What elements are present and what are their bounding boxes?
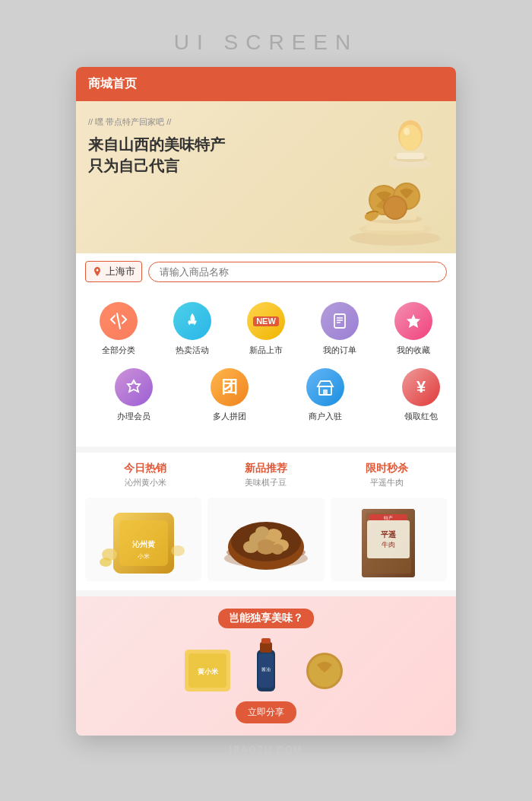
svg-point-33 xyxy=(171,545,185,556)
hot-sale-label: 热卖活动 xyxy=(176,345,209,356)
hot-sale-icon xyxy=(173,302,211,340)
svg-text:平遥: 平遥 xyxy=(381,530,396,539)
location-icon xyxy=(92,266,103,277)
bottom-banner-title: 岂能独享美味？ xyxy=(218,609,314,628)
banner: // 嘿 带点特产回家吧 // 来自山西的美味特产 只为自己代言 xyxy=(76,101,456,253)
svg-text:沁州黄: 沁州黄 xyxy=(132,540,155,548)
my-orders-icon xyxy=(321,302,359,340)
all-categories-label: 全部分类 xyxy=(102,345,135,356)
product-card-beans[interactable] xyxy=(207,497,324,581)
banner-image-area xyxy=(296,109,448,246)
product-card-beef[interactable]: 平遥 牛肉 特产 xyxy=(331,497,447,581)
my-orders-label: 我的订单 xyxy=(323,345,356,356)
icon-row-1: 全部分类 热卖活动 NEW 新品上市 xyxy=(82,302,450,356)
svg-point-4 xyxy=(400,125,421,151)
membership-label: 办理会员 xyxy=(117,411,150,422)
svg-text:特产: 特产 xyxy=(384,515,393,520)
product-img-beans xyxy=(207,497,324,581)
group-buy-label: 多人拼团 xyxy=(213,411,246,422)
egg-icon xyxy=(388,109,433,170)
svg-rect-25 xyxy=(323,389,328,395)
bottom-product-1: 黄小米 xyxy=(181,642,234,695)
tab-hot-today[interactable]: 今日热销 沁州黄小米 xyxy=(124,462,166,488)
svg-text:小米: 小米 xyxy=(138,553,150,560)
search-input-wrap[interactable] xyxy=(148,262,447,282)
search-bar: 上海市 xyxy=(76,253,456,290)
svg-text:酱油: 酱油 xyxy=(261,667,271,672)
svg-point-17 xyxy=(97,269,99,272)
location-text: 上海市 xyxy=(106,265,135,278)
membership-icon xyxy=(115,368,153,406)
product-tabs: 今日热销 沁州黄小米 新品推荐 美味棋子豆 限时秒杀 平遥牛肉 xyxy=(85,462,447,488)
bottom-products-row: 黄小米 酱油 xyxy=(181,634,351,695)
svg-rect-59 xyxy=(261,638,271,644)
svg-line-18 xyxy=(117,313,120,329)
new-products-icon: NEW xyxy=(247,302,285,340)
product-card-millet[interactable]: 沁州黄 小米 xyxy=(85,497,201,581)
svg-point-41 xyxy=(243,541,258,553)
bottom-product-2: 酱油 xyxy=(243,634,289,695)
group-buy-icon: 团 xyxy=(211,368,249,406)
all-categories-icon xyxy=(100,302,138,340)
svg-point-5 xyxy=(404,128,410,135)
search-input[interactable] xyxy=(160,266,435,278)
svg-rect-2 xyxy=(397,153,424,159)
icon-my-favorites[interactable]: 我的收藏 xyxy=(383,302,444,356)
header-bar: 商城首页 xyxy=(76,67,456,101)
tab-flash-sale[interactable]: 限时秒杀 平遥牛肉 xyxy=(366,462,408,488)
icon-membership[interactable]: 办理会员 xyxy=(105,368,163,422)
header-title: 商城首页 xyxy=(88,77,137,90)
svg-marker-23 xyxy=(407,314,420,328)
icon-group-buy[interactable]: 团 多人拼团 xyxy=(201,368,258,422)
my-favorites-icon xyxy=(394,302,432,340)
svg-text:牛肉: 牛肉 xyxy=(382,541,395,548)
icon-all-categories[interactable]: 全部分类 xyxy=(88,302,149,356)
red-packet-label: 领取红包 xyxy=(404,411,438,422)
icon-merchant[interactable]: 商户入驻 xyxy=(296,368,354,422)
svg-rect-48 xyxy=(367,520,410,558)
icon-hot-sale[interactable]: 热卖活动 xyxy=(162,302,223,356)
phone-frame: 商城首页 // 嘿 带点特产回家吧 // 来自山西的美味特产 只为自己代言 xyxy=(76,67,456,736)
svg-point-44 xyxy=(271,544,283,555)
icon-new-products[interactable]: NEW 新品上市 xyxy=(236,302,296,356)
product-section: 今日热销 沁州黄小米 新品推荐 美味棋子豆 限时秒杀 平遥牛肉 xyxy=(76,453,456,590)
svg-text:黄小米: 黄小米 xyxy=(198,668,219,675)
svg-point-32 xyxy=(100,558,112,567)
new-products-label: 新品上市 xyxy=(249,345,283,356)
icon-grid: 全部分类 热卖活动 NEW 新品上市 xyxy=(76,290,456,447)
location-button[interactable]: 上海市 xyxy=(85,261,142,282)
svg-point-43 xyxy=(255,526,269,537)
svg-rect-19 xyxy=(334,314,345,328)
tab-new-recommend[interactable]: 新品推荐 美味棋子豆 xyxy=(245,462,287,488)
merchant-icon xyxy=(306,368,344,406)
product-img-beef: 平遥 牛肉 特产 xyxy=(331,497,447,581)
watermark: IBAOTU.COM xyxy=(230,745,302,755)
merchant-label: 商户入驻 xyxy=(309,411,342,422)
icon-red-packet[interactable]: ¥ 领取红包 xyxy=(392,368,450,422)
svg-rect-58 xyxy=(260,642,272,653)
share-button[interactable]: 立即分享 xyxy=(236,701,296,723)
my-favorites-label: 我的收藏 xyxy=(397,345,430,356)
product-grid: 沁州黄 小米 xyxy=(85,497,447,581)
icon-my-orders[interactable]: 我的订单 xyxy=(309,302,370,356)
bottom-product-3 xyxy=(298,642,351,695)
bottom-banner: 岂能独享美味？ 黄小米 酱油 立即分享 xyxy=(76,596,456,736)
svg-point-16 xyxy=(385,197,406,218)
page-bg-title: UI SCREEN xyxy=(174,30,358,55)
icon-row-2: 办理会员 团 多人拼团 商户入驻 xyxy=(82,368,450,422)
product-img-millet: 沁州黄 小米 xyxy=(85,497,201,581)
red-packet-icon: ¥ xyxy=(402,368,440,406)
